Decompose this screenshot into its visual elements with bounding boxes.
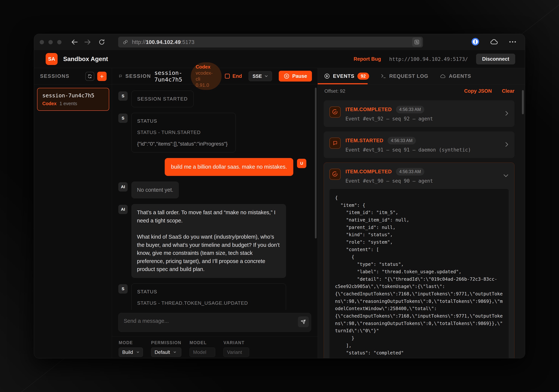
browser-toolbar: http://100.94.102.49:5173 (34, 34, 525, 50)
chat-header: SESSION session-7un4c7h5 Codex vcodex-cl… (112, 68, 317, 84)
active-tab-underline (318, 83, 368, 84)
event-type: ITEM.STARTED (345, 138, 383, 143)
avatar: S (118, 284, 128, 294)
composer-controls: MODE Build PERMISSION Default (112, 336, 317, 358)
session-agent: Codex (42, 101, 56, 106)
pause-circle-icon (284, 73, 289, 79)
new-session-button[interactable]: + (97, 72, 107, 81)
report-bug-link[interactable]: Report Bug (354, 56, 381, 62)
status-message-bubble: STATUS STATUS - TURN.STARTED {"id":"0","… (131, 113, 236, 152)
app-title: Sandbox Agent (63, 55, 108, 62)
chat-message: S STATUS STATUS - TURN.STARTED {"id":"0"… (118, 113, 306, 152)
zoom-window-button[interactable] (57, 40, 62, 44)
event-card[interactable]: ITEM.COMPLETED 4:56:33 AM Event #evt_92 … (324, 100, 514, 127)
event-type: ITEM.COMPLETED (345, 107, 392, 112)
check-circle-icon (329, 169, 341, 180)
copy-json-button[interactable]: Copy JSON (464, 88, 492, 94)
end-session-button[interactable]: End (225, 73, 242, 79)
event-meta: Event #evt_92 — seq 92 — agent (345, 116, 498, 122)
variant-input-box (224, 347, 249, 357)
reload-button[interactable] (96, 39, 107, 45)
events-scrollbar-thumb[interactable] (522, 90, 524, 114)
message-composer (118, 313, 311, 332)
chat-message: S SESSION STARTED (118, 91, 306, 107)
event-meta: Event #evt_90 — seq 90 — agent (345, 178, 496, 184)
event-card-expanded[interactable]: ITEM.COMPLETED 4:56:33 AM Event #evt_90 … (324, 162, 514, 358)
chevron-right-icon[interactable] (505, 111, 509, 117)
avatar: S (118, 91, 128, 101)
cloud-icon[interactable] (490, 38, 498, 46)
stop-square-icon (225, 74, 230, 79)
event-type: ITEM.COMPLETED (345, 169, 392, 175)
chat-message-user: build me a billion dollar saas. make no … (118, 158, 306, 176)
minimize-window-button[interactable] (48, 40, 53, 44)
message-bubble-icon (119, 73, 122, 79)
offset-label: Offset: 92 (324, 88, 345, 94)
terminal-icon (381, 73, 386, 79)
model-label: MODEL (189, 340, 215, 345)
chevron-down-icon (136, 351, 139, 353)
close-window-button[interactable] (40, 40, 44, 44)
send-button[interactable] (298, 316, 309, 327)
chevron-down-icon (264, 75, 268, 77)
url-text: http://100.94.102.49:5173 (132, 39, 195, 45)
variant-input[interactable] (227, 349, 246, 355)
server-url: http://100.94.102.49:5173/ (389, 56, 468, 62)
address-bar[interactable]: http://100.94.102.49:5173 (118, 37, 423, 47)
event-time-badge: 4:56:33 AM (396, 106, 424, 113)
chat-message: S STATUS STATUS - THREAD.TOKEN_USAGE.UPD… (118, 284, 306, 310)
events-list[interactable]: ITEM.COMPLETED 4:56:33 AM Event #evt_92 … (318, 98, 525, 358)
session-event-count: 1 events (59, 101, 77, 106)
back-button[interactable] (69, 39, 79, 45)
refresh-sessions-button[interactable] (85, 72, 94, 81)
user-avatar: U (297, 159, 306, 168)
app-logo: SA (46, 53, 57, 65)
user-message-bubble: build me a billion dollar saas. make no … (165, 158, 293, 176)
chevron-down-icon[interactable] (503, 173, 509, 178)
link-icon (123, 39, 128, 45)
password-manager-icon[interactable] (471, 38, 479, 46)
model-input[interactable] (193, 349, 212, 355)
more-menu-icon[interactable] (509, 40, 516, 44)
mode-select[interactable]: Build (119, 347, 143, 357)
sandbox-agent-app: SA Sandbox Agent Report Bug http://100.9… (34, 50, 525, 358)
sessions-title: SESSIONS (40, 73, 69, 79)
reader-panel-icon[interactable] (412, 37, 421, 47)
ai-message-bubble: No content yet. (131, 181, 179, 199)
session-list-item[interactable]: session-7un4c7h5 Codex 1 events (37, 88, 109, 111)
forward-button[interactable] (83, 39, 93, 45)
clear-button[interactable]: Clear (502, 88, 514, 94)
tab-request-log[interactable]: REQUEST LOG (381, 73, 429, 79)
event-time-badge: 4:56:33 AM (396, 168, 424, 176)
permission-label: PERMISSION (151, 340, 181, 345)
chat-session-name: session-7un4c7h5 (154, 70, 186, 83)
pause-button[interactable]: Pause (279, 71, 312, 81)
play-circle-icon (324, 73, 330, 79)
chat-message: AI That’s a tall order. To move fast and… (118, 204, 306, 278)
tab-agents[interactable]: AGENTS (440, 73, 471, 79)
event-meta: Event #evt_91 — seq 91 — daemon (synthet… (345, 147, 498, 153)
message-input[interactable] (120, 315, 298, 330)
event-time-badge: 4:56:33 AM (388, 137, 416, 144)
event-card[interactable]: ITEM.STARTED 4:56:33 AM Event #evt_91 — … (324, 131, 514, 158)
ai-message-bubble: That’s a tall order. To move fast and “m… (131, 204, 286, 278)
session-name: session-7un4c7h5 (42, 92, 104, 99)
permission-select[interactable]: Default (151, 347, 181, 357)
chat-message-list[interactable]: S SESSION STARTED S STATUS STATUS - TURN… (112, 84, 317, 310)
chevron-right-icon[interactable] (505, 142, 509, 148)
events-count-badge: 92 (357, 73, 369, 80)
events-toolbar: Offset: 92 Copy JSON Clear (318, 84, 525, 98)
mode-label: MODE (119, 340, 143, 345)
chat-scrollbar-thumb[interactable] (315, 88, 317, 239)
ai-avatar: AI (118, 182, 128, 192)
cloud-icon (440, 73, 446, 79)
tab-events[interactable]: EVENTS 92 (324, 73, 369, 80)
transport-select[interactable]: SSE (249, 71, 272, 81)
sessions-sidebar: SESSIONS + session-7un4c7h5 Codex 1 even… (34, 68, 112, 358)
ai-avatar: AI (118, 205, 128, 214)
events-panel: EVENTS 92 REQUEST LOG AGENTS Offset: 92 (318, 68, 525, 358)
disconnect-button[interactable]: Disconnect (476, 53, 515, 64)
message-bubble-icon (329, 138, 341, 149)
chat-panel: SESSION session-7un4c7h5 Codex vcodex-cl… (112, 68, 318, 358)
window-controls[interactable] (40, 40, 62, 44)
